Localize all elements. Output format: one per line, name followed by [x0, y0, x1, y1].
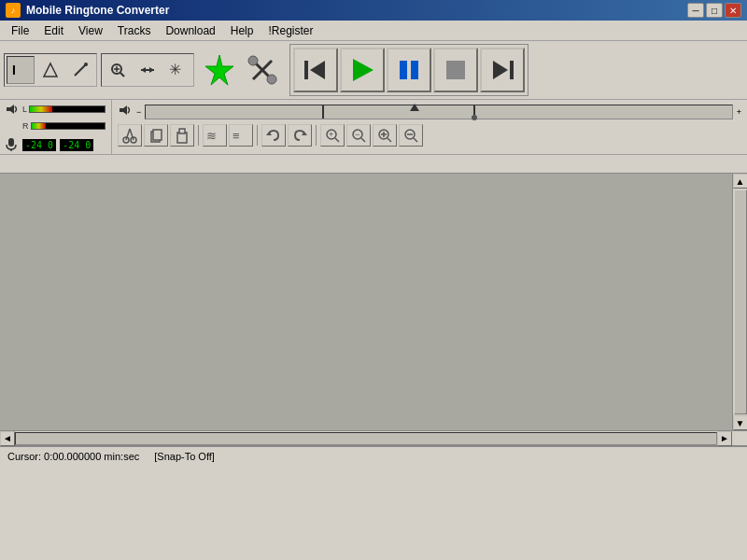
- envelope-tool-button[interactable]: [36, 56, 64, 84]
- vertical-scrollbar[interactable]: ▲ ▼: [732, 174, 747, 430]
- zoom-tool-button[interactable]: [104, 56, 132, 84]
- title-text: Mobile Ringtone Converter: [26, 4, 169, 17]
- svg-point-16: [267, 75, 276, 84]
- track-area: ▲ ▼: [0, 174, 747, 430]
- svg-rect-21: [411, 61, 418, 79]
- transport-group: [289, 44, 529, 96]
- undo-button[interactable]: [261, 124, 286, 147]
- svg-rect-22: [446, 61, 465, 79]
- tool-buttons-group2: ✳: [101, 53, 194, 87]
- svg-text:≡: ≡: [233, 129, 240, 143]
- scroll-left-arrow[interactable]: ◄: [0, 431, 15, 446]
- separator-2: [257, 125, 258, 146]
- svg-point-15: [248, 56, 258, 65]
- svg-marker-18: [310, 61, 325, 79]
- stop-button[interactable]: [433, 48, 478, 92]
- rewind-button[interactable]: [293, 48, 338, 92]
- level-meter-l: [29, 105, 106, 113]
- svg-line-45: [335, 138, 339, 142]
- effects-button[interactable]: [241, 49, 284, 91]
- svg-line-48: [361, 138, 365, 142]
- svg-text:I: I: [12, 63, 16, 77]
- trim-button[interactable]: ≋: [203, 124, 227, 147]
- play-button[interactable]: [340, 48, 385, 92]
- edit-tools-row: ≋ ≡ + −: [118, 124, 741, 147]
- zoom-out-key-button[interactable]: −: [346, 124, 371, 147]
- app-icon: ♪: [6, 3, 21, 18]
- svg-line-51: [388, 138, 391, 142]
- scroll-thumb-vertical[interactable]: [734, 189, 747, 414]
- title-bar-left: ♪ Mobile Ringtone Converter: [6, 3, 169, 18]
- row2-wrapper: L R -24 0 -24 0: [0, 100, 747, 155]
- svg-rect-20: [400, 61, 407, 79]
- toolbar-row1: I ✳: [0, 41, 747, 100]
- svg-marker-19: [353, 59, 374, 81]
- left-panel-tools: L R -24 0 -24 0: [0, 100, 112, 154]
- svg-point-31: [472, 115, 477, 120]
- horizontal-scrollbar[interactable]: ◄ ►: [0, 430, 747, 445]
- svg-line-55: [414, 138, 417, 142]
- copy-button[interactable]: [144, 124, 168, 147]
- zoom-in-key-button[interactable]: +: [320, 124, 345, 147]
- title-controls: ─ □ ✕: [687, 3, 741, 18]
- ffwd-button[interactable]: [480, 48, 525, 92]
- tracks-container[interactable]: [0, 174, 732, 430]
- svg-line-2: [75, 64, 86, 76]
- svg-marker-28: [120, 105, 127, 115]
- level-db-display-r: -24 0: [60, 139, 93, 151]
- svg-rect-17: [304, 61, 308, 79]
- timeshift-tool-button[interactable]: [134, 56, 162, 84]
- svg-marker-29: [410, 104, 419, 111]
- cut-button[interactable]: [118, 124, 142, 147]
- volume-slider[interactable]: [145, 105, 732, 119]
- cursor-tool-button[interactable]: I: [7, 56, 35, 84]
- menu-download[interactable]: Download: [158, 22, 222, 39]
- minimize-button[interactable]: ─: [687, 3, 704, 18]
- zoom-in-button[interactable]: [373, 124, 397, 147]
- menu-help[interactable]: Help: [223, 22, 261, 39]
- pause-button[interactable]: [387, 48, 431, 92]
- svg-text:−: −: [355, 130, 359, 139]
- record-button[interactable]: [198, 49, 241, 91]
- svg-rect-37: [153, 130, 162, 140]
- title-bar: ♪ Mobile Ringtone Converter ─ □ ✕: [0, 0, 747, 21]
- menu-tracks[interactable]: Tracks: [110, 22, 159, 39]
- mic-icon: [4, 137, 19, 152]
- svg-marker-10: [149, 67, 154, 73]
- volume-row: − +: [118, 103, 741, 120]
- pin-icon: [468, 105, 481, 122]
- zoom-out-button[interactable]: [399, 124, 423, 147]
- svg-marker-1: [44, 63, 57, 77]
- level-l-label: L: [22, 105, 27, 114]
- menu-file[interactable]: File: [4, 22, 36, 39]
- silence-button[interactable]: ≡: [229, 124, 253, 147]
- scroll-up-arrow[interactable]: ▲: [733, 174, 748, 189]
- menu-view[interactable]: View: [71, 22, 110, 39]
- svg-marker-23: [493, 61, 508, 79]
- right-controls: − +: [112, 100, 747, 154]
- scroll-right-arrow[interactable]: ►: [717, 431, 732, 446]
- multi-tool-button[interactable]: ✳: [163, 56, 191, 84]
- menu-register[interactable]: !Register: [261, 22, 320, 39]
- level-db-display-l: -24 0: [22, 139, 56, 151]
- maximize-button[interactable]: □: [706, 3, 723, 18]
- paste-button[interactable]: [170, 124, 194, 147]
- svg-marker-9: [141, 67, 146, 73]
- svg-rect-24: [510, 61, 514, 79]
- scroll-down-arrow[interactable]: ▼: [733, 415, 748, 430]
- snap-status: [Snap-To Off]: [154, 451, 215, 462]
- svg-marker-12: [205, 55, 233, 85]
- level-meter-r: [31, 122, 106, 130]
- menu-edit[interactable]: Edit: [36, 22, 71, 39]
- svg-marker-25: [7, 105, 14, 114]
- menu-bar: File Edit View Tracks Download Help !Reg…: [0, 21, 747, 41]
- volume-speaker-icon[interactable]: [118, 103, 133, 120]
- redo-button[interactable]: [288, 124, 312, 147]
- speaker-icon[interactable]: [4, 102, 19, 117]
- vol-minus-label: −: [136, 107, 141, 117]
- svg-text:+: +: [329, 130, 333, 139]
- scroll-track-horizontal[interactable]: [15, 432, 717, 445]
- close-button[interactable]: ✕: [725, 3, 741, 18]
- draw-tool-button[interactable]: [66, 56, 94, 84]
- svg-line-5: [120, 73, 124, 77]
